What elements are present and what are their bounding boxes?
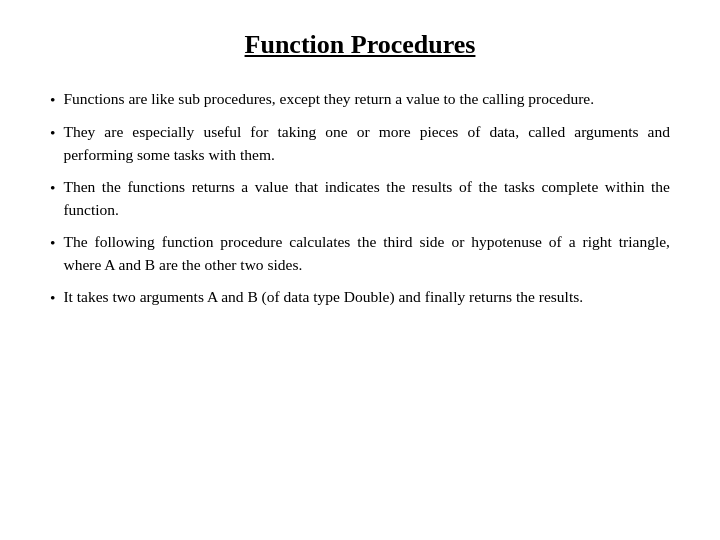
bullet-text: The following function procedure calcula… — [63, 231, 670, 276]
list-item: •Functions are like sub procedures, exce… — [50, 88, 670, 111]
bullet-dot: • — [50, 89, 55, 111]
bullet-dot: • — [50, 177, 55, 199]
bullet-dot: • — [50, 122, 55, 144]
bullet-dot: • — [50, 232, 55, 254]
bullet-text: Functions are like sub procedures, excep… — [63, 88, 670, 110]
page-title: Function Procedures — [50, 30, 670, 60]
list-item: •Then the functions returns a value that… — [50, 176, 670, 221]
bullet-text: They are especially useful for taking on… — [63, 121, 670, 166]
list-item: •It takes two arguments A and B (of data… — [50, 286, 670, 309]
bullet-text: It takes two arguments A and B (of data … — [63, 286, 670, 308]
list-item: •They are especially useful for taking o… — [50, 121, 670, 166]
bullet-dot: • — [50, 287, 55, 309]
list-item: •The following function procedure calcul… — [50, 231, 670, 276]
bullet-list: •Functions are like sub procedures, exce… — [50, 88, 670, 310]
bullet-text: Then the functions returns a value that … — [63, 176, 670, 221]
page-container: Function Procedures •Functions are like … — [0, 0, 720, 540]
